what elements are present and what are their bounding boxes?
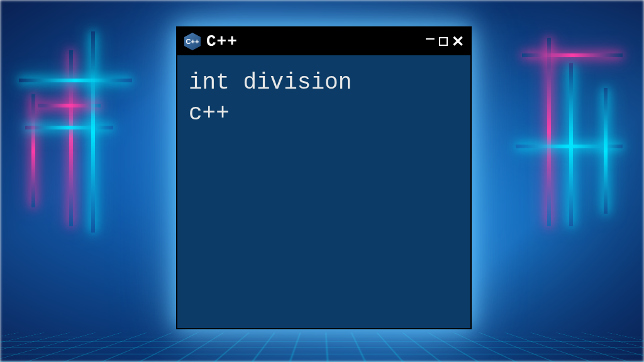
cpp-icon-text: C++ [186, 38, 199, 45]
cpp-logo-icon: C++ [184, 33, 201, 50]
maximize-button[interactable] [439, 37, 448, 46]
terminal-content: int division c++ [177, 55, 470, 141]
close-button[interactable]: ✕ [452, 34, 464, 49]
code-line-2: c++ [189, 99, 459, 129]
window-titlebar[interactable]: C++ C++ − ✕ [177, 28, 470, 55]
window-title: C++ [206, 32, 420, 51]
terminal-window: C++ C++ − ✕ int division c++ [176, 26, 472, 329]
window-controls: − ✕ [425, 34, 464, 49]
floor-grid [0, 332, 644, 362]
minimize-button[interactable]: − [425, 30, 435, 48]
code-line-1: int division [189, 68, 459, 99]
